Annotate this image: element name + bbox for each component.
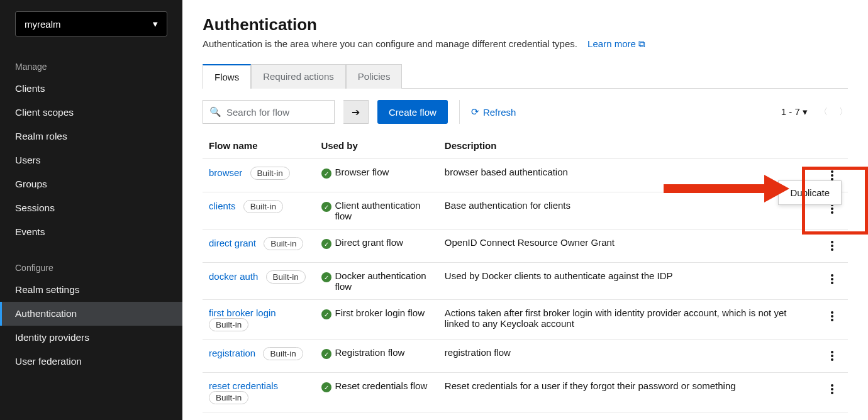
page-title: Authentication bbox=[203, 15, 848, 35]
realm-selector[interactable]: myrealm ▾ bbox=[15, 11, 167, 36]
kebab-menu-button[interactable] bbox=[823, 347, 842, 365]
cell-flow-name: direct grant Built-in bbox=[203, 229, 315, 263]
sidebar-item-groups[interactable]: Groups bbox=[0, 172, 182, 196]
builtin-badge: Built-in bbox=[264, 237, 303, 250]
sidebar-item-realm-roles[interactable]: Realm roles bbox=[0, 124, 182, 148]
cell-used-by: ✓Registration flow bbox=[315, 340, 438, 373]
realm-name: myrealm bbox=[25, 19, 61, 30]
table-row: clients Built-in✓Client authentication f… bbox=[203, 192, 848, 229]
check-icon: ✓ bbox=[321, 169, 331, 179]
table-row: first broker login Built-in✓First broker… bbox=[203, 300, 848, 340]
flow-link[interactable]: first broker login bbox=[209, 307, 276, 318]
pager-range[interactable]: 1 - 7 ▾ bbox=[781, 106, 808, 118]
cell-actions bbox=[816, 229, 848, 263]
cell-description: browser based authentication bbox=[438, 159, 816, 192]
sidebar-item-sessions[interactable]: Sessions bbox=[0, 196, 182, 220]
tab-flows[interactable]: Flows bbox=[203, 64, 251, 89]
used-by-text: Browser flow bbox=[335, 167, 389, 177]
table-row: browser Built-in✓Browser flowbrowser bas… bbox=[203, 159, 848, 192]
cell-flow-name: docker auth Built-in bbox=[203, 263, 315, 300]
builtin-badge: Built-in bbox=[266, 270, 306, 284]
used-by-text: Registration flow bbox=[335, 347, 405, 358]
sidebar-item-users[interactable]: Users bbox=[0, 148, 182, 172]
create-flow-button[interactable]: Create flow bbox=[377, 100, 448, 124]
column-actions bbox=[816, 133, 848, 159]
check-icon: ✓ bbox=[321, 272, 331, 282]
sidebar-item-clients[interactable]: Clients bbox=[0, 77, 182, 101]
main-content: Authentication Authentication is the are… bbox=[182, 0, 868, 420]
column-header: Description bbox=[438, 133, 816, 159]
tabs: FlowsRequired actionsPolicies bbox=[203, 64, 848, 89]
search-submit-button[interactable]: ➔ bbox=[343, 100, 369, 124]
builtin-badge: Built-in bbox=[243, 200, 283, 213]
cell-used-by: ✓Client authentication flow bbox=[315, 192, 438, 229]
learn-more-text: Learn more bbox=[587, 38, 636, 49]
check-icon: ✓ bbox=[321, 309, 331, 319]
flow-link[interactable]: reset credentials bbox=[209, 380, 278, 391]
table-row: registration Built-in✓Registration flowr… bbox=[203, 340, 848, 373]
flow-link[interactable]: browser bbox=[209, 167, 242, 178]
flow-link[interactable]: registration bbox=[209, 348, 255, 358]
cell-actions bbox=[816, 263, 848, 300]
cell-description: Actions taken after first broker login w… bbox=[438, 300, 816, 340]
column-header: Flow name bbox=[203, 133, 315, 159]
cell-used-by: ✓Browser flow bbox=[315, 159, 438, 192]
table-row: reset credentials Built-in✓Reset credent… bbox=[203, 373, 848, 412]
kebab-menu-button[interactable] bbox=[823, 307, 842, 325]
check-icon: ✓ bbox=[321, 382, 331, 392]
arrow-right-icon: ➔ bbox=[352, 106, 360, 118]
menu-item-duplicate[interactable]: Duplicate bbox=[790, 187, 830, 198]
cell-actions bbox=[816, 300, 848, 340]
kebab-menu-button[interactable] bbox=[823, 270, 842, 288]
sidebar-item-identity-providers[interactable]: Identity providers bbox=[0, 326, 182, 350]
refresh-icon: ⟳ bbox=[471, 106, 479, 118]
tab-required-actions[interactable]: Required actions bbox=[251, 64, 346, 89]
refresh-button[interactable]: ⟳ Refresh bbox=[471, 106, 516, 118]
refresh-label: Refresh bbox=[483, 107, 516, 118]
tab-policies[interactable]: Policies bbox=[346, 64, 403, 89]
pager-text: 1 - 7 bbox=[781, 106, 800, 117]
sidebar-item-events[interactable]: Events bbox=[0, 220, 182, 244]
sidebar: myrealm ▾ Manage ClientsClient scopesRea… bbox=[0, 0, 182, 420]
toolbar-divider bbox=[459, 100, 460, 124]
pager-prev-button[interactable]: 〈 bbox=[819, 106, 828, 118]
page-subtitle: Authentication is the area where you can… bbox=[203, 38, 848, 50]
flows-table: Flow nameUsed byDescription browser Buil… bbox=[203, 133, 848, 412]
pager-next-button[interactable]: 〉 bbox=[839, 106, 848, 118]
cell-actions bbox=[816, 340, 848, 373]
flow-link[interactable]: clients bbox=[209, 201, 236, 211]
sidebar-item-client-scopes[interactable]: Client scopes bbox=[0, 101, 182, 124]
dropdown-menu: Duplicate bbox=[778, 180, 842, 205]
cell-description: OpenID Connect Resource Owner Grant bbox=[438, 229, 816, 263]
caret-down-icon: ▾ bbox=[153, 18, 158, 30]
search-input[interactable]: 🔍 Search for flow bbox=[203, 100, 335, 124]
cell-used-by: ✓Reset credentials flow bbox=[315, 373, 438, 412]
used-by-text: Client authentication flow bbox=[335, 200, 432, 221]
check-icon: ✓ bbox=[321, 349, 331, 359]
used-by-text: Direct grant flow bbox=[335, 237, 403, 248]
cell-flow-name: browser Built-in bbox=[203, 159, 315, 192]
cell-used-by: ✓Docker authentication flow bbox=[315, 263, 438, 300]
flow-link[interactable]: docker auth bbox=[209, 271, 258, 282]
section-configure-header: Configure bbox=[0, 258, 182, 278]
search-placeholder: Search for flow bbox=[226, 107, 289, 118]
used-by-text: First broker login flow bbox=[335, 307, 425, 318]
sidebar-item-authentication[interactable]: Authentication bbox=[0, 302, 182, 326]
cell-used-by: ✓Direct grant flow bbox=[315, 229, 438, 263]
cell-flow-name: first broker login Built-in bbox=[203, 300, 315, 340]
subtitle-text: Authentication is the area where you can… bbox=[203, 38, 577, 49]
kebab-menu-button[interactable] bbox=[823, 380, 842, 398]
cell-used-by: ✓First broker login flow bbox=[315, 300, 438, 340]
toolbar: 🔍 Search for flow ➔ Create flow ⟳ Refres… bbox=[203, 100, 848, 124]
cell-description: Used by Docker clients to authenticate a… bbox=[438, 263, 816, 300]
table-row: direct grant Built-in✓Direct grant flowO… bbox=[203, 229, 848, 263]
sidebar-item-realm-settings[interactable]: Realm settings bbox=[0, 278, 182, 302]
cell-actions bbox=[816, 373, 848, 412]
learn-more-link[interactable]: Learn more ⧉ bbox=[587, 38, 645, 49]
sidebar-item-user-federation[interactable]: User federation bbox=[0, 350, 182, 373]
kebab-menu-button[interactable] bbox=[823, 237, 842, 255]
builtin-badge: Built-in bbox=[263, 347, 303, 360]
flow-link[interactable]: direct grant bbox=[209, 238, 256, 248]
cell-description: Reset credentials for a user if they for… bbox=[438, 373, 816, 412]
cell-flow-name: clients Built-in bbox=[203, 192, 315, 229]
